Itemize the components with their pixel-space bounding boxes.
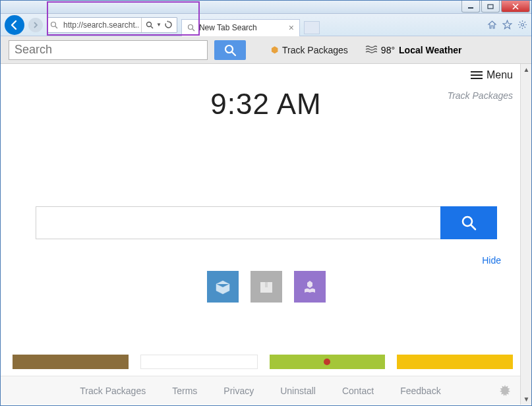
window-minimize-button[interactable] xyxy=(461,1,480,13)
toolbar-search-button[interactable] xyxy=(214,40,246,60)
search-icon xyxy=(47,21,61,29)
footer-link[interactable]: Uninstall xyxy=(280,386,316,396)
page-content: ▲ ▼ Menu 9:32 AM Track Packages Hide xyxy=(1,64,531,405)
svg-line-7 xyxy=(192,29,194,31)
tab-title: New Tab Search xyxy=(199,23,285,32)
dropdown-icon[interactable]: ▼ xyxy=(156,22,162,28)
box-tile[interactable] xyxy=(251,271,282,303)
svg-rect-17 xyxy=(265,282,268,287)
weather-widget[interactable]: 98° Local Weather xyxy=(365,45,462,55)
svg-point-6 xyxy=(188,25,192,30)
svg-line-5 xyxy=(151,26,153,28)
svg-point-4 xyxy=(147,22,152,26)
window-close-button[interactable] xyxy=(501,1,530,13)
nav-back-button[interactable] xyxy=(5,15,24,35)
scroll-down-icon[interactable]: ▼ xyxy=(521,393,531,405)
quick-tiles xyxy=(1,271,531,303)
svg-line-3 xyxy=(55,26,57,28)
footer-link[interactable]: Track Packages xyxy=(80,386,146,396)
scroll-up-icon[interactable]: ▲ xyxy=(521,64,531,75)
refresh-icon[interactable] xyxy=(164,20,173,29)
package-tile[interactable] xyxy=(207,271,239,303)
track-packages-link[interactable]: ⬢ Track Packages xyxy=(271,45,348,55)
svg-point-8 xyxy=(521,24,524,26)
svg-point-2 xyxy=(51,22,56,26)
home-icon[interactable] xyxy=(487,20,497,30)
strip-yellow[interactable] xyxy=(397,355,513,369)
hide-link[interactable]: Hide xyxy=(1,255,501,266)
package-icon: ⬢ xyxy=(271,45,278,55)
menu-button[interactable]: Menu xyxy=(471,69,513,81)
center-search-input[interactable] xyxy=(36,206,440,239)
tab-favicon-icon xyxy=(187,24,195,32)
window-maximize-button[interactable] xyxy=(481,1,500,13)
address-input[interactable] xyxy=(61,20,141,30)
footer-link[interactable]: Contact xyxy=(342,386,374,396)
settings-gear-icon[interactable] xyxy=(517,20,527,30)
search-go-icon[interactable] xyxy=(146,21,154,29)
favorites-icon[interactable] xyxy=(502,20,512,30)
track-packages-italic-link[interactable]: Track Packages xyxy=(448,90,513,101)
waves-icon xyxy=(365,45,377,54)
svg-line-15 xyxy=(471,225,475,230)
nav-forward-button[interactable] xyxy=(28,18,43,32)
footer: Track Packages Terms Privacy Uninstall C… xyxy=(1,376,520,405)
hands-tile[interactable] xyxy=(294,271,326,303)
footer-gear-icon[interactable] xyxy=(498,384,512,398)
footer-link[interactable]: Privacy xyxy=(223,386,254,396)
hamburger-icon xyxy=(471,71,483,80)
temperature-value: 98° xyxy=(381,45,395,55)
strip-brown[interactable] xyxy=(13,355,129,369)
new-tab-button[interactable] xyxy=(304,21,320,34)
tab-close-icon[interactable]: × xyxy=(289,22,294,33)
extension-toolbar: ⬢ Track Packages 98° Local Weather xyxy=(1,36,531,64)
svg-rect-1 xyxy=(488,5,493,9)
footer-link[interactable]: Feedback xyxy=(400,386,440,396)
svg-rect-0 xyxy=(468,7,473,9)
footer-link[interactable]: Terms xyxy=(172,386,197,396)
address-bar[interactable]: ▼ xyxy=(47,17,177,33)
center-search-button[interactable] xyxy=(440,206,497,239)
window-titlebar xyxy=(1,1,531,14)
center-search xyxy=(36,206,497,239)
browser-chrome: ▼ New Tab Search × xyxy=(1,14,531,36)
svg-line-10 xyxy=(232,52,235,55)
promo-strip xyxy=(13,355,513,369)
weather-label: Local Weather xyxy=(399,45,461,55)
toolbar-search-input[interactable] xyxy=(9,40,208,60)
strip-green[interactable] xyxy=(270,355,386,369)
browser-tab[interactable]: New Tab Search × xyxy=(181,19,300,36)
strip-white[interactable] xyxy=(140,355,258,369)
